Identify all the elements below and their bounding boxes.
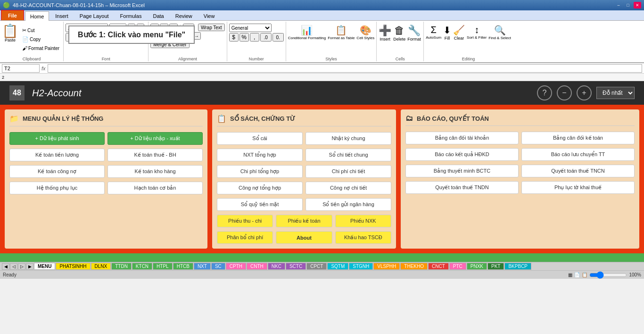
delete-cells-button[interactable]: 🗑 Delete [393, 25, 405, 42]
view-dropdown[interactable]: Đỗ nhất [596, 87, 635, 99]
ke-toan-cong-no-button[interactable]: Kế toán công nợ [9, 165, 105, 178]
comma-button[interactable]: , [250, 33, 259, 42]
minimize-button[interactable]: – [615, 2, 622, 8]
sheet-tab-nkc[interactable]: NKC [268, 263, 285, 270]
about-button[interactable]: About [276, 231, 332, 244]
sheet-tab-cpth[interactable]: CPTH [226, 263, 246, 270]
hach-toan-co-ban-button[interactable]: Hạch toán cơ bản [107, 182, 203, 194]
currency-button[interactable]: $ [229, 33, 239, 42]
phan-bo-chi-phi-button[interactable]: Phân bổ chi phí [217, 231, 273, 244]
bang-thuyet-minh-button[interactable]: Bảng thuyết minh BCTC [405, 165, 519, 177]
minus-button[interactable]: − [557, 85, 572, 100]
page-break-view-button[interactable]: 📋 [582, 272, 587, 277]
tab-formulas[interactable]: Formulas [115, 11, 147, 20]
sheet-tab-cpct[interactable]: CPCT [306, 263, 327, 270]
normal-view-button[interactable]: ▦ [568, 272, 572, 277]
ke-toan-tien-luong-button[interactable]: Kế toán tiền lương [9, 149, 105, 161]
bao-cao-luu-chuyen-button[interactable]: Báo cáo lưu chuyển TT [521, 148, 635, 161]
sheet-tab-ptc[interactable]: PTC [449, 263, 466, 270]
zoom-slider[interactable] [589, 271, 627, 279]
du-lieu-phat-sinh-button[interactable]: + Dữ liệu phát sinh [9, 132, 105, 145]
du-lieu-nhap-xuat-button[interactable]: + Dữ liệu nhập - xuất [107, 132, 203, 145]
phieu-thu-chi-button[interactable]: Phiếu thu - chi [217, 215, 273, 227]
sheet-tab-cnth[interactable]: CNTH [247, 263, 267, 270]
tab-review[interactable]: Review [170, 11, 198, 20]
sheet-tab-pkt[interactable]: PKT [487, 263, 504, 270]
bang-can-doi-ke-toan-button[interactable]: Bảng cân đối kế toán [521, 132, 635, 144]
decrease-decimal-button[interactable]: 0. [272, 33, 284, 42]
formula-input[interactable] [48, 64, 642, 73]
cong-no-chi-tiet-button[interactable]: Công nợ chi tiết [305, 182, 391, 194]
bang-can-doi-tai-khoan-button[interactable]: Bảng cân đối tài khoản [405, 132, 519, 144]
copy-button[interactable]: 📄 Copy [20, 35, 61, 43]
phu-luc-to-khai-thue-button[interactable]: Phụ lục tờ khai thuế [521, 181, 635, 194]
page-layout-view-button[interactable]: 📄 [574, 272, 580, 277]
so-quy-tien-mat-button[interactable]: Sổ quỹ tiền mặt [217, 198, 303, 211]
tab-insert[interactable]: Insert [50, 11, 74, 20]
format-as-table-button[interactable]: 📋 Format as Table [328, 25, 355, 40]
maximize-button[interactable]: □ [624, 2, 632, 8]
wrap-text-button[interactable]: Wrap Text [198, 24, 225, 31]
khau-hao-tscd-button[interactable]: Khấu hao TSCĐ [335, 231, 391, 244]
so-tien-gui-ngan-hang-button[interactable]: Sổ tiền gửi ngân hàng [305, 198, 391, 211]
sheet-tab-sc[interactable]: SC [211, 263, 225, 270]
plus-button[interactable]: + [577, 85, 592, 100]
cell-reference-input[interactable] [2, 64, 40, 73]
sheet-tab-dlnx[interactable]: DLNX [91, 263, 111, 270]
tab-data[interactable]: Data [148, 11, 169, 20]
he-thong-phu-luc-button[interactable]: Hệ thống phụ lục [9, 182, 105, 194]
sheet-tab-ttdn[interactable]: TTDN [111, 263, 132, 270]
quyet-toan-tncn-button[interactable]: Quyết toán thuế TNCN [521, 165, 635, 177]
sheet-tab-nxt[interactable]: NXT [194, 263, 211, 270]
number-format-select[interactable]: General [229, 24, 272, 32]
cut-button[interactable]: ✂ Cut [20, 26, 61, 34]
format-cells-button[interactable]: 🔧 Format [407, 25, 421, 42]
conditional-formatting-button[interactable]: 📊 Conditional Formatting [288, 25, 326, 40]
sheet-tab-ktcn[interactable]: KTCN [132, 263, 152, 270]
tab-view[interactable]: View [198, 11, 220, 20]
sort-filter-button[interactable]: ↕ Sort & Filter [467, 25, 487, 41]
sheet-tab-thekho[interactable]: THEKHO [400, 263, 428, 270]
sheet-tab-bkpbcp[interactable]: BKPBCP [504, 263, 531, 270]
cong-no-tong-hop-button[interactable]: Công nợ tổng hợp [217, 182, 303, 194]
so-chi-tiet-chung-button[interactable]: Sổ chi tiết chung [305, 149, 391, 161]
sheet-tab-pnxk[interactable]: PNXK [467, 263, 487, 270]
sheet-tab-phatsinhh[interactable]: PHATSINHH [56, 263, 90, 270]
sheet-tab-htpl[interactable]: HTPL [153, 263, 173, 270]
format-painter-button[interactable]: 🖌 Format Painter [20, 44, 61, 52]
sheet-tab-sqtm[interactable]: SQTM [327, 263, 348, 270]
sheet-nav-left2[interactable]: ◁ [10, 263, 17, 270]
bao-cao-hdkd-button[interactable]: Báo cáo kết quả HĐKD [405, 148, 519, 161]
nxt-tong-hop-button[interactable]: NXT tổng hợp [217, 149, 303, 161]
sheet-tab-sctc[interactable]: SCTC [286, 263, 306, 270]
phieu-nxk-button[interactable]: Phiếu NXK [335, 215, 391, 227]
insert-cells-button[interactable]: ➕ Insert [379, 25, 391, 42]
phieu-ke-toan-button[interactable]: Phiếu kế toán [276, 215, 332, 227]
sheet-nav-left[interactable]: ◀ [2, 263, 9, 270]
ke-toan-kho-hang-button[interactable]: Kế toán kho hàng [107, 165, 203, 178]
percent-button[interactable]: % [239, 33, 249, 42]
find-select-button[interactable]: 🔍 Find & Select [488, 25, 511, 41]
increase-decimal-button[interactable]: .0 [260, 33, 272, 42]
nhat-ky-chung-button[interactable]: Nhật ký chung [305, 132, 391, 145]
sheet-tab-htcb[interactable]: HTCB [173, 263, 193, 270]
fill-button[interactable]: ⬇ Fill [443, 25, 451, 41]
chi-phi-tong-hop-button[interactable]: Chi phí tổng hợp [217, 165, 303, 178]
sheet-nav-right2[interactable]: ▷ [18, 263, 25, 270]
clear-button[interactable]: 🧹 Clear [453, 25, 465, 41]
ke-toan-thue-bh-button[interactable]: Kế toán thuế - BH [107, 149, 203, 161]
sheet-nav-right[interactable]: ▶ [26, 263, 33, 270]
tab-home[interactable]: Home [25, 11, 49, 21]
paste-button[interactable]: 📋 [2, 25, 18, 38]
quyet-toan-tndn-button[interactable]: Quyết toán thuế TNDN [405, 181, 519, 194]
close-button[interactable]: ✕ [634, 2, 641, 8]
chi-phi-chi-tiet-button[interactable]: Chi phí chi tiết [305, 165, 391, 178]
autosum-button[interactable]: Σ AutoSum [426, 25, 441, 41]
sheet-tab-stgnh[interactable]: STGNH [349, 263, 373, 270]
sheet-tab-cnct[interactable]: CNCT [428, 263, 449, 270]
help-button[interactable]: ? [537, 85, 552, 100]
tab-pagelayout[interactable]: Page Layout [74, 11, 114, 20]
tab-file[interactable]: File [1, 10, 24, 20]
sheet-tab-vlsphh[interactable]: VLSPHH [373, 263, 400, 270]
cell-styles-button[interactable]: 🎨 Cell Styles [356, 25, 374, 40]
